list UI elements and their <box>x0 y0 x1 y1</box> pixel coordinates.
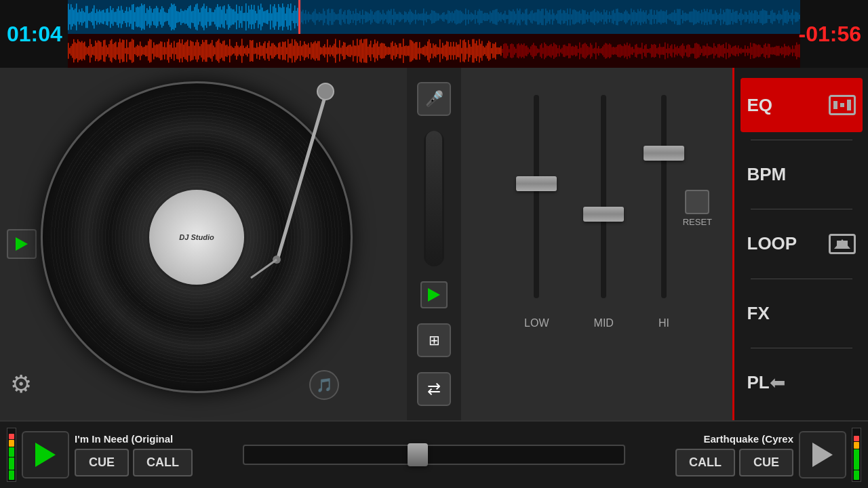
grid-icon: ⊞ <box>429 332 440 348</box>
fx-button[interactable]: FX <box>741 286 863 340</box>
level-red <box>9 434 14 439</box>
mic-icon: 🎤 <box>425 90 443 108</box>
time-left: 01:04 <box>7 22 62 47</box>
shuffle-button[interactable]: ⇄ <box>417 372 451 406</box>
eq-hi-track[interactable] <box>661 95 667 298</box>
divider-4 <box>751 348 852 348</box>
eq-low-slider-wrap: LOW <box>524 95 549 339</box>
eq-hi-slider-wrap: HI <box>658 95 669 339</box>
svg-rect-5 <box>840 103 844 107</box>
time-right: -01:56 <box>799 22 862 47</box>
level-green1-r <box>854 449 859 470</box>
left-level-meter <box>7 428 16 482</box>
play-left-button[interactable] <box>7 229 37 259</box>
turntable-platter: DJ Studio <box>41 81 353 393</box>
left-play-button[interactable] <box>22 431 69 479</box>
level-green2-r <box>854 470 859 480</box>
turntable-label: DJ Studio <box>149 190 244 285</box>
pl-label: PL <box>747 372 770 393</box>
left-track-info: I'm In Need (Original CUE CALL <box>75 433 231 476</box>
bpm-button[interactable]: BPM <box>741 148 863 202</box>
eq-section: LOW MID HI RESET <box>461 68 732 420</box>
level-red-r <box>854 436 859 441</box>
shuffle-icon: ⇄ <box>427 380 441 399</box>
left-bottom-buttons: CUE CALL <box>75 449 231 476</box>
level-green2 <box>9 458 14 470</box>
home-shape <box>834 239 850 249</box>
crossfader-thumb[interactable] <box>408 443 428 466</box>
left-track-title: I'm In Need (Original <box>75 433 231 445</box>
svg-rect-6 <box>847 100 851 110</box>
main-section: DJ Studio ⚙ 🎵 🎤 <box>0 68 868 420</box>
eq-hi-thumb[interactable] <box>644 146 684 161</box>
bottom-bar: I'm In Need (Original CUE CALL Earthquak… <box>0 420 868 488</box>
settings-button[interactable]: ⚙ <box>10 370 40 400</box>
divider-1 <box>751 140 852 140</box>
center-fader[interactable] <box>424 131 444 266</box>
grid-button[interactable]: ⊞ <box>417 323 451 357</box>
back-arrow-icon: ⬅ <box>770 371 785 394</box>
right-track-title: Earthquake (Cyrex <box>703 433 793 445</box>
svg-point-1 <box>317 83 334 100</box>
reset-icon <box>685 190 709 214</box>
pl-button[interactable]: PL ⬅ <box>741 356 863 410</box>
loop-label: LOOP <box>747 233 797 254</box>
reset-label: RESET <box>683 217 712 227</box>
bpm-label: BPM <box>747 164 787 185</box>
waveform-canvas[interactable] <box>68 0 800 68</box>
eq-low-track[interactable] <box>534 95 539 298</box>
level-orange <box>9 440 14 447</box>
right-level-meter <box>852 428 861 482</box>
play-left-icon <box>16 237 28 251</box>
left-deck: DJ Studio ⚙ 🎵 <box>0 68 407 420</box>
loop-button[interactable]: LOOP <box>741 217 863 271</box>
level-green3 <box>9 470 14 480</box>
right-cue-button[interactable]: CUE <box>739 449 793 476</box>
left-call-button[interactable]: CALL <box>133 449 193 476</box>
level-orange-r <box>854 442 859 449</box>
center-fader-track <box>426 131 442 266</box>
turntable[interactable]: DJ Studio <box>41 81 353 393</box>
music-add-button[interactable]: 🎵 <box>309 370 339 400</box>
loop-icon <box>829 234 856 254</box>
music-add-icon: 🎵 <box>316 377 333 393</box>
waveform-section: 01:04 -01:56 <box>0 0 868 68</box>
reset-button[interactable]: RESET <box>683 190 712 227</box>
divider-2 <box>751 209 852 209</box>
mic-button[interactable]: 🎤 <box>417 82 451 116</box>
fx-label: FX <box>747 303 770 324</box>
center-play-button[interactable] <box>420 281 448 308</box>
eq-panel-label: EQ <box>747 95 773 116</box>
divider-3 <box>751 279 852 279</box>
eq-panel-button[interactable]: EQ <box>741 78 863 132</box>
center-mixer: 🎤 ⊞ ⇄ <box>407 68 461 420</box>
eq-mid-label: MID <box>594 317 614 329</box>
right-panel: EQ BPM LOOP FX <box>732 68 868 420</box>
center-play-icon <box>428 288 440 302</box>
gear-icon: ⚙ <box>10 370 32 398</box>
crossfader-section <box>236 445 632 465</box>
eq-wave-icon <box>832 98 852 112</box>
eq-mid-track[interactable] <box>601 95 606 298</box>
right-bottom-buttons: CALL CUE <box>675 449 793 476</box>
right-play-button[interactable] <box>799 431 846 479</box>
eq-panel-icon <box>829 95 856 115</box>
eq-hi-label: HI <box>658 317 669 329</box>
left-cue-button[interactable]: CUE <box>75 449 129 476</box>
svg-rect-4 <box>833 101 837 109</box>
level-green1 <box>9 447 14 457</box>
eq-mid-slider-wrap: MID <box>594 95 614 339</box>
right-play-icon <box>812 443 833 467</box>
crossfader-track[interactable] <box>243 445 625 465</box>
left-play-icon <box>35 443 56 467</box>
eq-low-thumb[interactable] <box>516 176 557 191</box>
right-track-info: Earthquake (Cyrex CALL CUE <box>637 433 793 476</box>
eq-mid-thumb[interactable] <box>583 207 624 222</box>
eq-low-label: LOW <box>524 317 549 329</box>
right-call-button[interactable]: CALL <box>675 449 735 476</box>
